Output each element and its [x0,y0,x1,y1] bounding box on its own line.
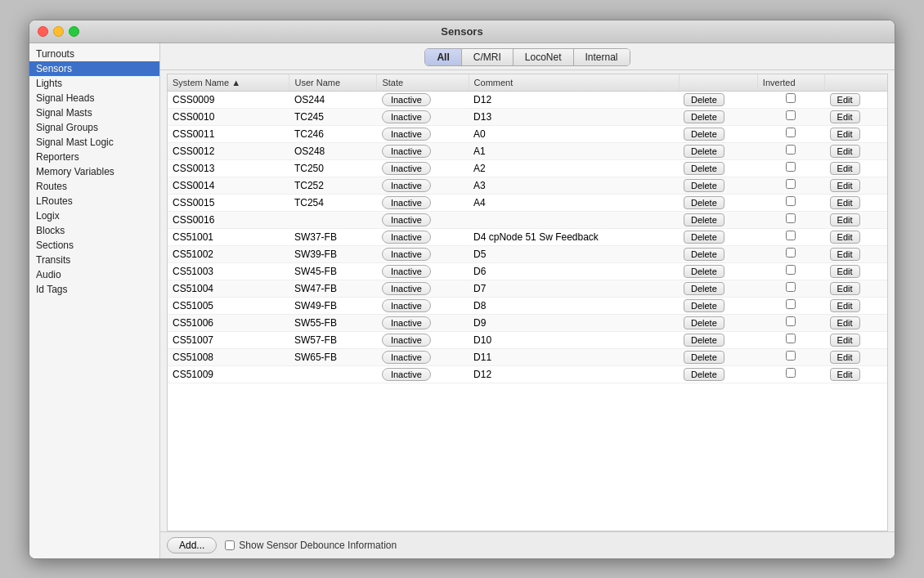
minimize-button[interactable] [53,26,64,37]
debounce-checkbox[interactable] [225,540,235,550]
delete-button[interactable]: Delete [684,213,724,226]
inverted-checkbox[interactable] [786,231,796,240]
state-button[interactable]: Inactive [382,93,431,106]
col-header-0[interactable]: System Name ▲ [168,74,289,92]
inverted-checkbox[interactable] [786,110,796,120]
state-button[interactable]: Inactive [382,299,431,312]
inverted-checkbox[interactable] [786,334,796,343]
state-button[interactable]: Inactive [382,248,431,261]
sidebar-item-reporters[interactable]: Reporters [29,150,159,164]
state-button[interactable]: Inactive [382,282,431,295]
delete-button[interactable]: Delete [684,334,724,347]
edit-button[interactable]: Edit [830,93,860,106]
inverted-checkbox[interactable] [786,196,796,206]
maximize-button[interactable] [69,26,79,37]
state-button[interactable]: Inactive [382,231,431,244]
inverted-checkbox[interactable] [786,265,796,275]
edit-button[interactable]: Edit [830,368,860,381]
close-button[interactable] [38,26,48,37]
sidebar-item-id-tags[interactable]: Id Tags [29,282,159,297]
delete-button[interactable]: Delete [684,231,724,244]
delete-button[interactable]: Delete [684,145,724,158]
state-button[interactable]: Inactive [382,265,431,278]
edit-button[interactable]: Edit [830,110,860,123]
edit-button[interactable]: Edit [830,128,860,141]
edit-button[interactable]: Edit [830,196,860,209]
col-header-1[interactable]: User Name [289,74,377,92]
sidebar-item-lroutes[interactable]: LRoutes [29,194,159,208]
delete-button[interactable]: Delete [684,368,724,381]
state-button[interactable]: Inactive [382,196,431,209]
sidebar-item-blocks[interactable]: Blocks [29,223,159,238]
edit-button[interactable]: Edit [830,248,860,261]
state-button[interactable]: Inactive [382,334,431,347]
sidebar-item-turnouts[interactable]: Turnouts [29,47,159,61]
sidebar-item-signal-masts[interactable]: Signal Masts [29,105,159,120]
delete-button[interactable]: Delete [684,110,724,123]
state-button[interactable]: Inactive [382,316,431,329]
inverted-checkbox[interactable] [786,248,796,258]
delete-button[interactable]: Delete [684,179,724,192]
edit-button[interactable]: Edit [830,316,860,329]
col-header-2[interactable]: State [377,74,469,92]
sidebar-item-transits[interactable]: Transits [29,253,159,267]
delete-button[interactable]: Delete [684,316,724,329]
state-button[interactable]: Inactive [382,162,431,175]
delete-button[interactable]: Delete [684,93,724,106]
edit-button[interactable]: Edit [830,351,860,364]
inverted-checkbox[interactable] [786,145,796,155]
edit-button[interactable]: Edit [830,265,860,278]
delete-button[interactable]: Delete [684,248,724,261]
state-button[interactable]: Inactive [382,179,431,192]
inverted-checkbox[interactable] [786,179,796,189]
state-button[interactable]: Inactive [382,145,431,158]
delete-button[interactable]: Delete [684,299,724,312]
inverted-checkbox[interactable] [786,351,796,361]
sidebar-item-audio[interactable]: Audio [29,267,159,282]
edit-button[interactable]: Edit [830,162,860,175]
state-button[interactable]: Inactive [382,351,431,364]
sidebar-item-signal-heads[interactable]: Signal Heads [29,91,159,105]
delete-button[interactable]: Delete [684,128,724,141]
edit-button[interactable]: Edit [830,299,860,312]
sidebar-item-logix[interactable]: Logix [29,208,159,223]
tab-loconet[interactable]: LocoNet [514,49,574,65]
delete-button[interactable]: Delete [684,282,724,295]
edit-button[interactable]: Edit [830,334,860,347]
delete-button[interactable]: Delete [684,265,724,278]
inverted-checkbox[interactable] [786,368,796,378]
inverted-checkbox[interactable] [786,93,796,103]
delete-button[interactable]: Delete [684,162,724,175]
debounce-label[interactable]: Show Sensor Debounce Information [225,540,397,551]
inverted-checkbox[interactable] [786,299,796,309]
tab-internal[interactable]: Internal [574,49,630,65]
state-button[interactable]: Inactive [382,110,431,123]
state-button[interactable]: Inactive [382,368,431,381]
delete-button[interactable]: Delete [684,196,724,209]
sidebar-item-memory-variables[interactable]: Memory Variables [29,164,159,179]
inverted-checkbox[interactable] [786,213,796,223]
sidebar-item-routes[interactable]: Routes [29,179,159,194]
sidebar-item-signal-groups[interactable]: Signal Groups [29,120,159,135]
tab-all[interactable]: All [425,49,461,65]
inverted-checkbox[interactable] [786,316,796,326]
edit-button[interactable]: Edit [830,231,860,244]
sidebar-item-lights[interactable]: Lights [29,76,159,91]
edit-button[interactable]: Edit [830,282,860,295]
inverted-checkbox[interactable] [786,282,796,292]
edit-button[interactable]: Edit [830,213,860,226]
tab-c-mri[interactable]: C/MRI [462,49,514,65]
sidebar-item-signal-mast-logic[interactable]: Signal Mast Logic [29,135,159,150]
state-button[interactable]: Inactive [382,128,431,141]
edit-button[interactable]: Edit [830,145,860,158]
state-button[interactable]: Inactive [382,213,431,226]
inverted-checkbox[interactable] [786,128,796,137]
inverted-checkbox[interactable] [786,162,796,172]
delete-button[interactable]: Delete [684,351,724,364]
add-button[interactable]: Add... [167,537,217,553]
sidebar-item-sections[interactable]: Sections [29,238,159,253]
col-header-3[interactable]: Comment [469,74,679,92]
sidebar-item-sensors[interactable]: Sensors [29,61,159,76]
edit-button[interactable]: Edit [830,179,860,192]
table-scroll[interactable]: System Name ▲User NameStateCommentInvert… [167,74,888,531]
